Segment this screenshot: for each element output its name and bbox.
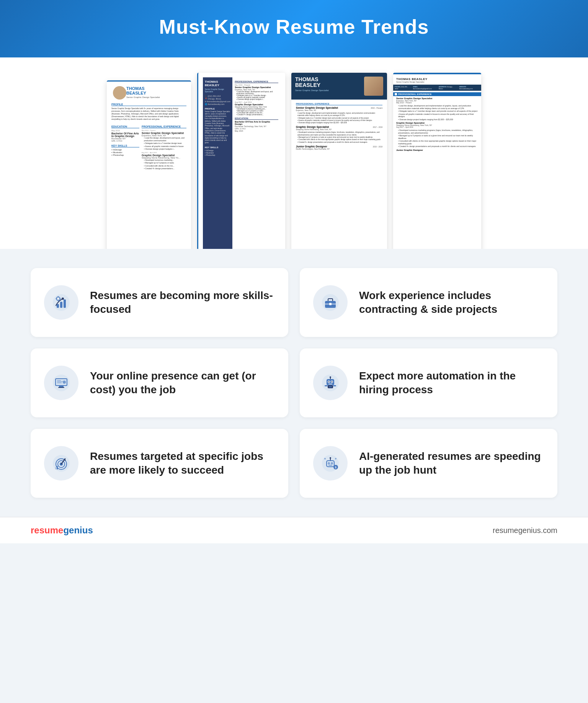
resume-name-4: THOMAS BEASLEY (396, 77, 428, 81)
edu-degree-1: Bachelor Of Fine Arts In Graphic Design (111, 132, 139, 137)
monitor-icon-wrap (44, 366, 78, 400)
svg-rect-40 (57, 466, 58, 469)
trend-text-ai: AI-generated resumes are speeding up the… (359, 450, 542, 477)
trends-grid: Resumes are becoming more skills-focused… (31, 268, 557, 498)
svg-rect-31 (325, 385, 328, 386)
profile-body-1: Senior Graphic Design Specialist with 6+… (111, 107, 186, 121)
resume-title-1: Senior Graphic Design Specialist (126, 96, 186, 98)
svg-point-24 (328, 381, 330, 383)
briefcase-icon (321, 293, 340, 312)
svg-point-47 (332, 463, 332, 464)
ai-icon-wrap: $ (313, 446, 348, 481)
trends-section: Resumes are becoming more skills-focused… (0, 249, 588, 517)
section-profile-1: PROFILE (111, 103, 186, 106)
resume-card-1: THOMASBEASLEY Senior Graphic Design Spec… (107, 80, 191, 249)
trend-item-skills: Resumes are becoming more skills-focused (31, 268, 288, 337)
svg-rect-1 (57, 304, 59, 308)
svg-point-46 (328, 463, 329, 464)
svg-rect-10 (329, 303, 332, 305)
trend-item-targeted: Resumes targeted at specific jobs are mo… (31, 429, 288, 498)
trend-item-automation: Expect more automation in the hiring pro… (300, 348, 557, 417)
page-title: Must-Know Resume Trends (23, 15, 565, 38)
svg-rect-16 (57, 380, 61, 381)
avatar-1 (113, 86, 126, 100)
briefcase-icon-wrap (313, 285, 348, 320)
section-bar-exp: PROFESSIONAL EXPERIENCE (393, 92, 481, 96)
svg-text:$: $ (335, 466, 336, 469)
trend-item-contracting: Work experience includes contracting & s… (300, 268, 557, 337)
target-icon-wrap (44, 446, 78, 481)
robot-icon (321, 374, 340, 392)
resume-card-4: THOMAS BEASLEY Senior Graphic Design Spe… (393, 73, 481, 249)
svg-point-53 (324, 458, 326, 459)
trend-text-online: Your online presence can get (or cost) y… (90, 369, 273, 397)
footer-url: resumegenius.com (493, 526, 557, 535)
svg-rect-32 (333, 385, 336, 386)
svg-rect-30 (329, 386, 332, 387)
svg-rect-15 (58, 387, 64, 388)
svg-rect-18 (57, 383, 62, 383)
avatar-3 (364, 77, 383, 96)
svg-rect-17 (57, 381, 63, 382)
brand-resume: resume (31, 525, 63, 535)
trend-text-targeted: Resumes targeted at specific jobs are mo… (90, 450, 273, 477)
svg-point-4 (62, 298, 64, 300)
trend-item-ai: $ AI-generated resumes are speeding up t… (300, 429, 557, 498)
trend-text-contracting: Work experience includes contracting & s… (359, 289, 542, 317)
monitor-icon (52, 374, 70, 392)
svg-rect-14 (59, 386, 64, 387)
svg-rect-39 (55, 467, 56, 469)
ai-icon: $ (321, 454, 340, 472)
footer: resumegenius resumegenius.com (0, 517, 588, 543)
footer-brand: resumegenius (31, 525, 93, 536)
svg-rect-2 (60, 302, 62, 308)
trend-text-automation: Expect more automation in the hiring pro… (359, 369, 542, 397)
section-skills-1: KEY SKILLS (111, 144, 139, 147)
resume-card-3: THOMASBEASLEY Senior Graphic Design Spec… (291, 73, 387, 249)
section-education-1: EDUCATION (111, 125, 139, 128)
svg-rect-48 (328, 465, 332, 466)
svg-point-25 (332, 381, 333, 383)
svg-point-50 (330, 457, 331, 459)
svg-point-28 (330, 376, 331, 378)
skills-icon-wrap (44, 285, 78, 320)
trend-item-online: Your online presence can get (or cost) y… (31, 348, 288, 417)
resume-showcase: THOMASBEASLEY Senior Graphic Design Spec… (0, 57, 588, 249)
trend-text-skills: Resumes are becoming more skills-focused (90, 289, 273, 317)
resume-name-1: THOMASBEASLEY (126, 86, 186, 95)
brand-genius: genius (63, 525, 93, 535)
section-experience-1: PROFESSIONAL EXPERIENCE (142, 125, 186, 128)
info-bar-4: PHONE (212) 256-1414 EMAIL thomasbeasley… (393, 85, 481, 91)
skill-1-3: • Photoshop (111, 154, 139, 156)
svg-point-54 (335, 458, 336, 459)
skills-icon (52, 293, 70, 312)
skill-1-1: • InDesign (111, 149, 139, 151)
svg-point-6 (57, 298, 59, 299)
robot-icon-wrap (313, 366, 348, 400)
resume-title-4: Senior Graphic Design Specialist (396, 81, 428, 83)
svg-point-19 (63, 381, 66, 384)
skill-1-2: • Illustrator (111, 151, 139, 154)
svg-rect-26 (328, 384, 332, 384)
svg-rect-3 (64, 299, 66, 308)
resume-card-2: THOMASBEASLEY Senior Graphic Design Spec… (197, 73, 285, 249)
target-icon (52, 454, 70, 472)
header: Must-Know Resume Trends (0, 0, 588, 57)
